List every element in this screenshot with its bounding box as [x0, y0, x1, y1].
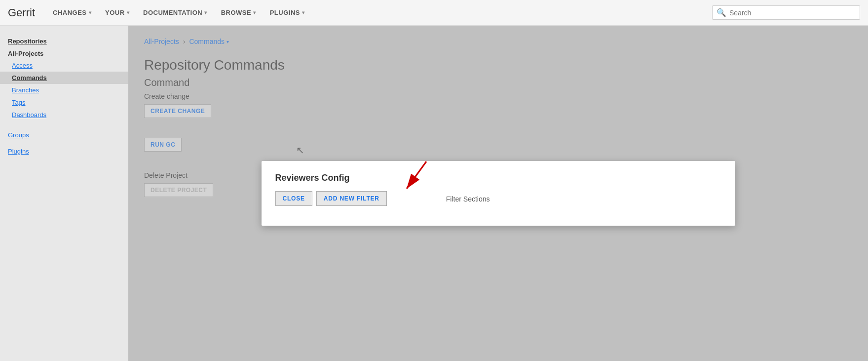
sidebar-item-commands[interactable]: Commands	[0, 72, 128, 84]
app-logo[interactable]: Gerrit	[8, 6, 35, 19]
dialog-buttons: CLOSE ADD NEW FILTER	[275, 191, 387, 206]
documentation-chevron-icon: ▾	[204, 10, 207, 15]
sidebar-item-tags[interactable]: Tags	[0, 96, 128, 109]
nav-documentation[interactable]: DOCUMENTATION ▾	[137, 0, 213, 26]
dialog-reviewers-config: Reviewers Config CLOSE ADD NEW FILTER	[262, 161, 735, 226]
arrow-indicator	[377, 157, 456, 196]
sidebar-item-access[interactable]: Access	[0, 59, 128, 72]
page-layout: Repositories All-Projects Access Command…	[0, 26, 868, 361]
close-button[interactable]: CLOSE	[275, 191, 312, 206]
nav-changes[interactable]: CHANGES ▾	[47, 0, 97, 26]
sidebar-repositories-title[interactable]: Repositories	[0, 34, 128, 47]
sidebar-item-dashboards[interactable]: Dashboards	[0, 109, 128, 121]
dialog-title: Reviewers Config	[275, 173, 721, 183]
sidebar-item-plugins[interactable]: Plugins	[0, 145, 128, 158]
dialog-overlay: Reviewers Config CLOSE ADD NEW FILTER	[128, 26, 868, 361]
plugins-chevron-icon: ▾	[302, 10, 305, 15]
nav-browse[interactable]: BROWSE ▾	[215, 0, 262, 26]
sidebar-item-groups[interactable]: Groups	[0, 129, 128, 141]
sidebar: Repositories All-Projects Access Command…	[0, 26, 128, 361]
nav-plugins[interactable]: PLUGINS ▾	[264, 0, 311, 26]
sidebar-item-branches[interactable]: Branches	[0, 84, 128, 96]
main-content: All-Projects › Commands ▾ Repository Com…	[128, 26, 868, 361]
browse-chevron-icon: ▾	[253, 10, 256, 15]
sidebar-all-projects-title[interactable]: All-Projects	[0, 47, 128, 59]
search-bar[interactable]: 🔍	[712, 5, 860, 20]
your-chevron-icon: ▾	[127, 10, 130, 15]
changes-chevron-icon: ▾	[89, 10, 92, 15]
nav-your[interactable]: YOUR ▾	[99, 0, 135, 26]
top-navigation: Gerrit CHANGES ▾ YOUR ▾ DOCUMENTATION ▾ …	[0, 0, 868, 26]
nav-items: CHANGES ▾ YOUR ▾ DOCUMENTATION ▾ BROWSE …	[47, 0, 712, 26]
dialog-body: CLOSE ADD NEW FILTER	[275, 191, 721, 206]
search-input[interactable]	[729, 9, 856, 17]
svg-line-1	[407, 161, 426, 189]
search-icon: 🔍	[717, 8, 726, 17]
add-new-filter-button[interactable]: ADD NEW FILTER	[316, 191, 387, 206]
